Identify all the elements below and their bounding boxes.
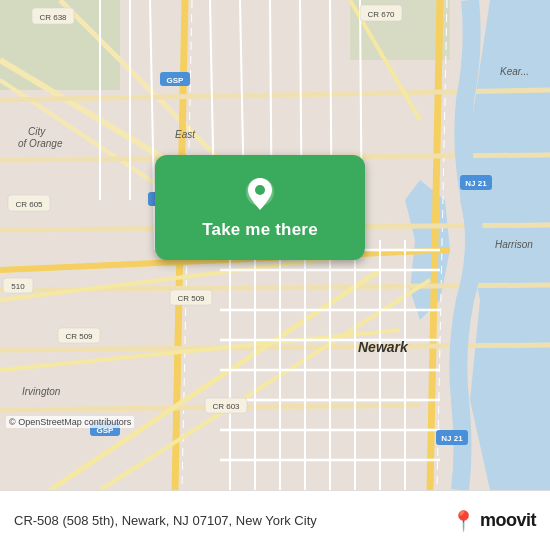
svg-text:CR 509: CR 509 [177,294,205,303]
svg-point-84 [255,185,265,195]
moovit-pin-icon: 📍 [451,509,476,533]
svg-text:CR 509: CR 509 [65,332,93,341]
svg-text:GSP: GSP [167,76,185,85]
bottom-bar: CR-508 (508 5th), Newark, NJ 07107, New … [0,490,550,550]
svg-text:CR 605: CR 605 [15,200,43,209]
svg-text:NJ 21: NJ 21 [441,434,463,443]
osm-attribution: © OpenStreetMap contributors [6,416,134,428]
svg-text:NJ 21: NJ 21 [465,179,487,188]
svg-text:of Orange: of Orange [18,138,63,149]
svg-text:East: East [175,129,196,140]
svg-text:510: 510 [11,282,25,291]
moovit-logo: 📍 moovit [451,509,536,533]
location-pin-icon [244,176,276,214]
svg-text:Kear...: Kear... [500,66,529,77]
moovit-brand-text: moovit [480,510,536,531]
take-me-there-button[interactable]: Take me there [155,155,365,260]
button-label: Take me there [202,220,318,240]
svg-text:Irvington: Irvington [22,386,61,397]
map-container: CR 638 GSP GSP NJ 21 CR 670 CR 605 510 C… [0,0,550,490]
svg-text:CR 638: CR 638 [39,13,67,22]
svg-text:Newark: Newark [358,339,409,355]
svg-text:Harrison: Harrison [495,239,533,250]
svg-text:CR 670: CR 670 [367,10,395,19]
svg-text:CR 603: CR 603 [212,402,240,411]
svg-text:City: City [28,126,46,137]
address-text: CR-508 (508 5th), Newark, NJ 07107, New … [14,513,451,528]
